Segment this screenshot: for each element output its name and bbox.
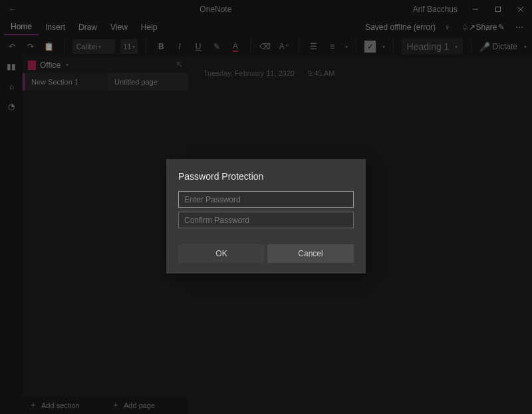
font-size-select[interactable]: 11▾	[120, 39, 138, 54]
highlight-button[interactable]: ✎	[210, 39, 223, 54]
number-list-button[interactable]: ≡	[326, 39, 339, 54]
notebook-color-swatch	[28, 61, 36, 70]
undo-button[interactable]: ↶	[5, 39, 19, 54]
password-input[interactable]	[178, 191, 354, 208]
page-time: 9:45 AM	[308, 69, 334, 77]
styles-dropdown[interactable]: Heading 1▾	[402, 39, 463, 55]
window-controls	[464, 0, 532, 19]
menu-help[interactable]: Help	[134, 20, 164, 35]
cancel-button[interactable]: Cancel	[267, 244, 354, 263]
maximize-button[interactable]	[487, 0, 509, 19]
chevron-down-icon: ▾	[455, 44, 458, 50]
notebook-name: Office	[40, 61, 61, 70]
lightbulb-icon[interactable]: ♀	[442, 23, 452, 33]
page-date: Tuesday, February 11, 2020	[203, 69, 295, 77]
todo-tag-button[interactable]: ✓	[364, 41, 375, 53]
user-name[interactable]: Arif Bacchus	[406, 5, 464, 14]
back-button[interactable]: ←	[0, 5, 25, 14]
format-painter-button[interactable]: A⁺	[277, 39, 291, 54]
section-item[interactable]: New Section 1	[23, 73, 108, 91]
menu-draw[interactable]: Draw	[72, 20, 104, 35]
pin-icon[interactable]: ⇱	[176, 61, 182, 69]
close-button[interactable]	[509, 0, 532, 19]
search-icon[interactable]: ⌕	[6, 81, 17, 92]
dictate-button[interactable]: 🎤Dictate	[479, 42, 517, 52]
minimize-button[interactable]	[464, 0, 487, 19]
underline-button[interactable]: U	[192, 39, 205, 54]
font-name-value: Calibri	[76, 43, 97, 51]
app-title: OneNote	[25, 5, 406, 14]
sections-list: New Section 1	[23, 73, 108, 395]
clipboard-button[interactable]: 📋	[43, 39, 56, 54]
page-metadata: Tuesday, February 11, 2020 9:45 AM	[203, 69, 516, 77]
italic-button[interactable]: I	[173, 39, 186, 54]
menu-insert[interactable]: Insert	[39, 20, 72, 35]
nav-panels: Office ▾ ⇱ New Section 1 Untitled page ＋…	[23, 57, 188, 414]
share-label: Share	[475, 23, 497, 32]
title-bar: ← OneNote Arif Bacchus	[0, 0, 532, 19]
app-window: ← OneNote Arif Bacchus Home Insert Draw …	[0, 0, 532, 414]
font-size-value: 11	[123, 43, 131, 51]
notebook-header[interactable]: Office ▾ ⇱	[23, 57, 188, 73]
microphone-icon: 🎤	[479, 42, 490, 52]
menu-bar: Home Insert Draw View Help Saved offline…	[0, 19, 532, 36]
add-page-button[interactable]: ＋Add page	[105, 396, 188, 414]
list-panels: New Section 1 Untitled page	[23, 73, 188, 395]
redo-button[interactable]: ↷	[24, 39, 37, 54]
chevron-down-icon: ▾	[132, 44, 135, 50]
bullet-list-button[interactable]: ☰	[307, 39, 321, 54]
nav-rail: ▮▮ ⌕ ◔	[0, 57, 23, 414]
add-bar: ＋Add section ＋Add page	[23, 395, 188, 414]
add-section-button[interactable]: ＋Add section	[23, 396, 105, 414]
more-icon[interactable]: ⋯	[514, 23, 524, 33]
chevron-down-icon: ▾	[66, 62, 68, 68]
font-name-select[interactable]: Calibri▾	[72, 39, 116, 54]
plus-icon: ＋	[29, 399, 37, 411]
style-value: Heading 1	[407, 41, 450, 52]
font-color-button[interactable]: A	[229, 39, 242, 54]
notebooks-icon[interactable]: ▮▮	[6, 61, 17, 72]
chevron-down-icon[interactable]: ▾	[345, 44, 348, 50]
page-item[interactable]: Untitled page	[108, 73, 188, 91]
clear-format-button[interactable]: ⌫	[259, 39, 272, 54]
confirm-password-input[interactable]	[178, 212, 354, 228]
ok-button[interactable]: OK	[178, 244, 265, 263]
add-section-label: Add section	[41, 401, 79, 409]
dialog-title: Password Protection	[178, 171, 354, 182]
bold-button[interactable]: B	[154, 39, 168, 54]
password-dialog: Password Protection OK Cancel	[166, 159, 366, 274]
menu-view[interactable]: View	[104, 20, 134, 35]
chevron-down-icon: ▾	[98, 44, 101, 50]
menu-home[interactable]: Home	[4, 19, 39, 35]
share-button[interactable]: ↗ Share	[478, 23, 488, 33]
svg-rect-1	[496, 7, 501, 12]
chevron-down-icon[interactable]: ▾	[382, 44, 385, 50]
plus-icon: ＋	[112, 399, 120, 411]
edit-icon[interactable]: ✎	[496, 23, 506, 33]
ribbon-toolbar: ↶ ↷ 📋 Calibri▾ 11▾ B I U ✎ A ⌫ A⁺ ☰ ≡ ▾ …	[0, 36, 532, 57]
recent-icon[interactable]: ◔	[6, 101, 17, 112]
chevron-down-icon[interactable]: ▾	[524, 44, 527, 50]
dictate-label: Dictate	[493, 42, 517, 51]
add-page-label: Add page	[124, 401, 155, 409]
sync-status[interactable]: Saved offline (error)	[358, 20, 442, 35]
